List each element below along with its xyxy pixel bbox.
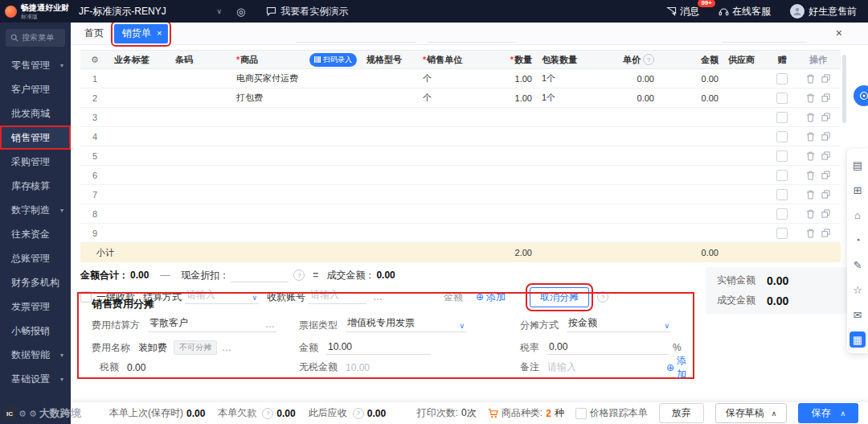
copy-row-icon[interactable] — [821, 151, 830, 160]
cell-supplier[interactable] — [723, 89, 768, 107]
cell-barcode[interactable] — [170, 224, 231, 242]
cell-spec[interactable] — [362, 166, 418, 184]
cell-barcode[interactable] — [170, 89, 231, 107]
table-row[interactable]: 7 — [80, 185, 841, 204]
sidebar-menu-item[interactable]: 小畅报销 ▾ — [0, 319, 71, 343]
cell-amount[interactable] — [659, 108, 723, 126]
cell-barcode[interactable] — [170, 69, 231, 88]
cell-amount[interactable] — [659, 146, 723, 165]
cell-qty[interactable]: 1.00 — [482, 69, 537, 88]
fee-payer-input[interactable]: 零散客户 … — [148, 318, 276, 332]
save-button[interactable]: 保存 ∧ — [798, 403, 858, 423]
cell-spec[interactable] — [362, 108, 418, 126]
cell-barcode[interactable] — [170, 127, 231, 146]
table-row[interactable]: 9 — [80, 224, 841, 243]
cell-qty[interactable] — [482, 108, 537, 126]
cell-price[interactable] — [595, 224, 659, 242]
gift-checkbox[interactable] — [776, 112, 788, 123]
copy-row-icon[interactable] — [821, 171, 830, 179]
cell-amount[interactable]: 0.00 — [659, 69, 723, 88]
cell-barcode[interactable] — [170, 108, 231, 126]
sidebar-menu-item[interactable]: 库存核算 ▾ — [0, 174, 71, 198]
store-icon[interactable]: ⌂ — [850, 204, 866, 225]
cell-supplier[interactable] — [723, 185, 768, 204]
tax-rate-input[interactable]: 0.00 — [547, 340, 668, 355]
sidebar-search-input[interactable]: 搜索菜单 — [6, 29, 65, 47]
sidebar-menu-item[interactable]: 零售管理 ▾ — [0, 53, 71, 77]
cell-barcode[interactable] — [170, 146, 231, 165]
remark-input[interactable]: 请输入 — [547, 360, 576, 374]
table-row[interactable]: 8 — [80, 204, 841, 224]
cell-tag[interactable] — [109, 69, 170, 88]
tab-home[interactable]: 首页 — [77, 24, 111, 43]
close-tab-icon[interactable]: × — [157, 29, 162, 38]
sidebar-menu-item[interactable]: 发票管理 ▾ — [0, 294, 71, 319]
cell-product[interactable] — [231, 108, 362, 126]
cell-unit[interactable] — [418, 166, 482, 184]
invoice-icon[interactable]: ⊞ — [850, 179, 866, 200]
user-menu[interactable]: 好生意售前 — [790, 4, 857, 19]
history-icon[interactable]: ◔ — [850, 229, 866, 250]
cell-tag[interactable] — [109, 204, 170, 223]
messages-button[interactable]: 消息 99+ — [666, 5, 699, 19]
more-options-icon[interactable]: … — [222, 342, 231, 353]
cell-spec[interactable] — [362, 224, 418, 242]
cell-pack[interactable] — [537, 146, 595, 165]
scan-entry-button[interactable]: 扫码录入 — [309, 53, 357, 67]
edit-icon[interactable]: ✎ — [850, 254, 866, 275]
cell-product[interactable]: 打包费 — [231, 89, 362, 107]
delete-row-icon[interactable] — [806, 151, 815, 161]
cell-tag[interactable] — [109, 127, 170, 146]
cell-tag[interactable] — [109, 146, 170, 165]
cell-pack[interactable]: 1个 — [537, 69, 595, 88]
help-icon[interactable]: ? — [643, 54, 654, 65]
cell-unit[interactable]: 个 — [418, 69, 482, 88]
cell-unit[interactable] — [418, 146, 482, 165]
cell-product[interactable] — [231, 127, 362, 146]
delete-row-icon[interactable] — [806, 93, 815, 103]
add-fee-link[interactable]: ⊕ 添加 — [666, 354, 691, 381]
delete-row-icon[interactable] — [806, 228, 815, 238]
sidebar-menu-item[interactable]: 客户管理 ▾ — [0, 77, 71, 101]
discard-button[interactable]: 放弃 — [659, 403, 704, 423]
gift-checkbox[interactable] — [776, 93, 788, 104]
cell-unit[interactable] — [418, 224, 482, 242]
cell-product[interactable] — [231, 185, 362, 204]
save-draft-button[interactable]: 保存草稿 ∧ — [715, 403, 788, 423]
cell-spec[interactable] — [362, 204, 418, 223]
copy-row-icon[interactable] — [821, 113, 830, 121]
gift-checkbox[interactable] — [776, 228, 788, 239]
vertical-scrollbar[interactable] — [842, 55, 846, 123]
cell-spec[interactable] — [362, 89, 418, 107]
cell-price[interactable] — [595, 108, 659, 126]
cell-barcode[interactable] — [170, 204, 231, 223]
org-selector[interactable]: JF-标准演示-RENYJ ∨ — [79, 5, 222, 19]
close-icon[interactable]: × — [836, 27, 842, 39]
cell-qty[interactable]: 1.00 — [482, 89, 537, 107]
sidebar-menu-item[interactable]: 财务多机构 ▾ — [0, 270, 71, 294]
delete-row-icon[interactable] — [806, 171, 815, 180]
cash-discount-input[interactable] — [231, 268, 289, 282]
cell-unit[interactable] — [418, 108, 482, 126]
gift-checkbox[interactable] — [776, 73, 788, 84]
copy-row-icon[interactable] — [821, 132, 830, 141]
cell-qty[interactable] — [482, 185, 537, 204]
copy-row-icon[interactable] — [821, 209, 830, 218]
delete-row-icon[interactable] — [806, 190, 815, 200]
gift-checkbox[interactable] — [776, 170, 788, 181]
copy-row-icon[interactable] — [821, 228, 830, 237]
cell-tag[interactable] — [109, 89, 170, 107]
cell-product[interactable] — [231, 146, 362, 165]
cell-qty[interactable] — [482, 127, 537, 146]
cell-barcode[interactable] — [170, 185, 231, 204]
copy-row-icon[interactable] — [821, 190, 830, 199]
cell-qty[interactable] — [482, 166, 537, 184]
price-track-checkbox[interactable] — [575, 408, 587, 419]
delete-row-icon[interactable] — [806, 209, 815, 219]
copy-row-icon[interactable] — [821, 74, 830, 83]
cell-qty[interactable] — [482, 146, 537, 165]
cell-amount[interactable]: 0.00 — [659, 89, 723, 107]
cell-qty[interactable] — [482, 204, 537, 223]
cell-spec[interactable] — [362, 69, 418, 88]
demo-link[interactable]: 我要看实例演示 — [266, 5, 348, 19]
